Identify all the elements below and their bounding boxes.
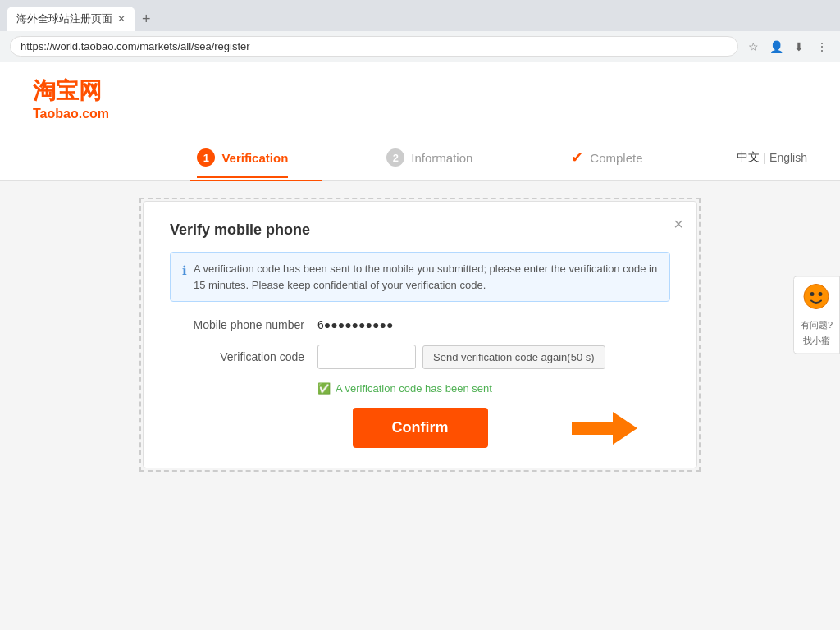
info-icon: ℹ — [182, 262, 187, 281]
language-switcher: 中文 | English — [737, 150, 807, 165]
new-tab-button[interactable]: + — [139, 7, 154, 31]
phone-row: Mobile phone number 6●●●●●●●●●● — [170, 318, 670, 331]
send-code-button[interactable]: Send verification code again(50 s) — [422, 345, 605, 369]
site-header: 淘宝网 Taobao.com — [0, 62, 840, 135]
tab-bar: 海外全球站注册页面 ✕ + — [0, 0, 840, 31]
page: 淘宝网 Taobao.com 1 Verification 2 Informat… — [0, 62, 840, 630]
phone-value: 6●●●●●●●●●● — [317, 318, 393, 331]
lang-chinese[interactable]: 中文 — [737, 150, 760, 165]
confirm-area: Confirm — [170, 408, 670, 448]
step3-check-icon: ✔ — [571, 148, 583, 167]
verification-code-input[interactable] — [317, 345, 416, 369]
help-widget[interactable]: 有问题? 找小蜜 — [793, 276, 840, 354]
main-content: × Verify mobile phone ℹ A verification c… — [0, 181, 840, 488]
modal-wrapper: × Verify mobile phone ℹ A verification c… — [139, 198, 701, 472]
help-face-icon — [803, 284, 829, 316]
menu-icon[interactable]: ⋮ — [814, 39, 830, 55]
download-icon[interactable]: ⬇ — [791, 39, 807, 55]
code-label: Verification code — [170, 350, 317, 363]
lang-english[interactable]: English — [769, 151, 807, 164]
help-line2: 找小蜜 — [803, 335, 830, 347]
step-complete[interactable]: ✔ Complete — [571, 148, 642, 167]
url-input[interactable]: https://world.taobao.com/markets/all/sea… — [10, 36, 738, 57]
profile-icon[interactable]: 👤 — [768, 39, 784, 55]
logo: 淘宝网 Taobao.com — [33, 75, 807, 121]
step3-label: Complete — [590, 151, 642, 165]
logo-main-text: 淘宝网 — [33, 75, 807, 107]
verify-modal: × Verify mobile phone ℹ A verification c… — [143, 201, 697, 468]
modal-close-button[interactable]: × — [673, 215, 683, 234]
star-icon[interactable]: ☆ — [745, 39, 761, 55]
tab-close-button[interactable]: ✕ — [117, 13, 126, 25]
step2-number: 2 — [386, 148, 404, 167]
svg-point-1 — [804, 285, 829, 309]
info-text: A verification code has been sent to the… — [194, 261, 658, 293]
success-check-icon: ✅ — [317, 382, 331, 395]
svg-point-2 — [810, 292, 815, 296]
url-text: https://world.taobao.com/markets/all/sea… — [21, 40, 250, 52]
svg-marker-0 — [572, 412, 637, 445]
step-verification[interactable]: 1 Verification — [197, 148, 288, 178]
step-information[interactable]: 2 Information — [386, 148, 472, 167]
success-text: A verification code has been sent — [336, 382, 492, 395]
phone-label: Mobile phone number — [170, 318, 317, 331]
verification-code-row: Verification code Send verification code… — [170, 345, 670, 369]
success-message: ✅ A verification code has been sent — [317, 382, 670, 395]
browser-actions: ☆ 👤 ⬇ ⋮ — [745, 39, 830, 55]
confirm-button[interactable]: Confirm — [353, 408, 488, 448]
logo-sub-text: Taobao.com — [33, 107, 807, 121]
help-line1: 有问题? — [801, 319, 833, 331]
modal-title: Verify mobile phone — [170, 221, 670, 239]
arrow-indicator — [572, 412, 637, 445]
step1-number: 1 — [197, 148, 215, 167]
steps-navigation: 1 Verification 2 Information ✔ Complete … — [0, 135, 840, 181]
tab-title: 海外全球站注册页面 — [16, 11, 112, 26]
active-tab[interactable]: 海外全球站注册页面 ✕ — [7, 7, 135, 31]
lang-divider: | — [763, 151, 766, 164]
arrow-svg — [572, 412, 637, 445]
browser-chrome: 海外全球站注册页面 ✕ + https://world.taobao.com/m… — [0, 0, 840, 62]
help-character-icon — [803, 284, 829, 310]
step1-label: Verification — [221, 151, 288, 165]
svg-point-3 — [819, 292, 823, 296]
step2-label: Information — [411, 151, 472, 165]
info-message: ℹ A verification code has been sent to t… — [170, 252, 670, 302]
address-bar: https://world.taobao.com/markets/all/sea… — [0, 31, 840, 62]
